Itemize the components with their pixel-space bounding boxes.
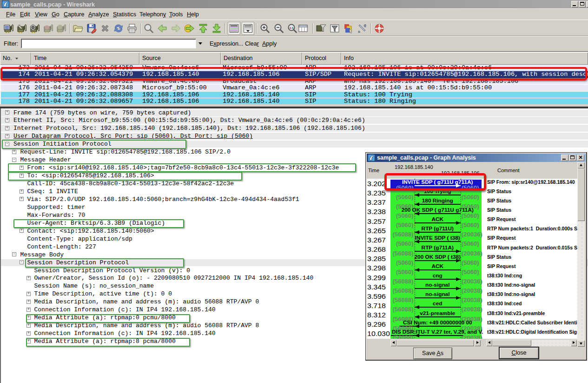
svg-text:1:1: 1:1 <box>290 27 294 29</box>
